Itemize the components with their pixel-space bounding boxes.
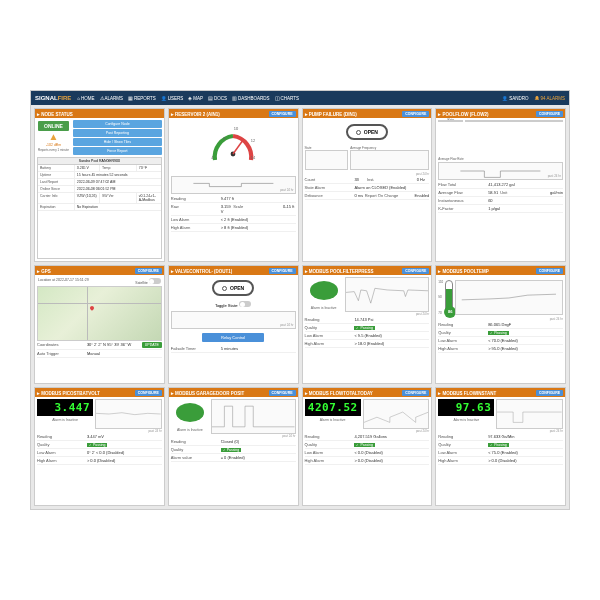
state-chart xyxy=(305,150,349,170)
dashboard-grid: ▸ NODE STATUS ONLINE ▲ -102 dBm Reports … xyxy=(31,105,569,509)
nav-home[interactable]: ⌂ HOME xyxy=(77,96,94,101)
nav-docs[interactable]: ▤ DOCS xyxy=(208,96,227,101)
nav-alarms[interactable]: ⚠ ALARMS xyxy=(100,96,124,101)
card-flowinstant: ▸ MODBUS FLOWINSTANTCONFIGURE 97.63Alarm… xyxy=(435,387,566,506)
pass-badge: Passing xyxy=(87,443,107,447)
configure-node-button[interactable]: Configure Node xyxy=(73,120,162,128)
state-open-pill: OPEN xyxy=(346,124,388,140)
configure-button[interactable]: CONFIGURE xyxy=(536,111,563,117)
brand-logo: SIGNALFIRE xyxy=(35,95,71,101)
pass-badge: Passing xyxy=(488,443,508,447)
card-filterpress: ▸ MODBUS POOLFILTERPRESSCONFIGURE Alarm … xyxy=(302,265,433,384)
digital-readout: 97.63 xyxy=(438,399,494,416)
valve-state-pill: OPEN xyxy=(212,280,254,296)
nav-users[interactable]: 👤 USERS xyxy=(161,96,184,101)
card-garage: ▸ MODBUS GARAGEDOOR POSITCONFIGURE Alarm… xyxy=(168,387,299,506)
card-gps: ▸ GPSCONFIGURE Location at 2022-07-17 15… xyxy=(34,265,165,384)
svg-line-1 xyxy=(233,139,244,154)
nav-right: 👤 SANDRO 94 ALARMS xyxy=(502,96,565,101)
alarm-count-badge[interactable]: 94 ALARMS xyxy=(534,96,565,101)
digital-readout: 3.447 xyxy=(37,399,93,416)
update-button[interactable]: UPDATE xyxy=(142,342,162,348)
flowinst-chart xyxy=(496,399,563,429)
configure-button[interactable]: CONFIGURE xyxy=(269,390,296,396)
navbar: SIGNALFIRE ⌂ HOME ⚠ ALARMS ▦ REPORTS 👤 U… xyxy=(31,91,569,105)
configure-button[interactable]: CONFIGURE xyxy=(402,268,429,274)
nav-reports[interactable]: ▦ REPORTS xyxy=(128,96,156,101)
status-dot-icon xyxy=(176,403,204,422)
flowtotal-chart xyxy=(363,399,430,429)
card-valve: ▸ VALVECONTROL· (DOUT1)CONFIGURE OPEN To… xyxy=(168,265,299,384)
garage-chart xyxy=(211,399,296,434)
configure-button[interactable]: CONFIGURE xyxy=(536,268,563,274)
pass-badge: Passing xyxy=(354,326,374,330)
valve-toggle[interactable] xyxy=(239,301,251,307)
online-badge: ONLINE xyxy=(38,121,69,131)
card-picobatt: ▸ MODBUS PICOSTBATVOLTCONFIGURE 3.447Ala… xyxy=(34,387,165,506)
valve-chart xyxy=(171,311,296,329)
gauge: 4 8 10 12 14 xyxy=(171,120,296,175)
configure-button[interactable]: CONFIGURE xyxy=(269,268,296,274)
flow-chart xyxy=(438,162,563,180)
flow-rate-gauge xyxy=(438,120,463,122)
map[interactable] xyxy=(37,286,162,341)
bell-icon xyxy=(534,96,539,101)
configure-button[interactable]: CONFIGURE xyxy=(135,390,162,396)
nav-items: ⌂ HOME ⚠ ALARMS ▦ REPORTS 👤 USERS ◈ MAP … xyxy=(77,96,496,101)
nav-charts[interactable]: ◫ CHARTS xyxy=(275,96,299,101)
digital-readout: 4207.52 xyxy=(305,399,361,416)
card-poolflow: ▸ POOLFLOW (FLOW2)CONFIGURE Average Flow… xyxy=(435,108,566,262)
rssi-value: -102 dBm xyxy=(46,143,61,147)
configure-button[interactable]: CONFIGURE xyxy=(402,111,429,117)
past-reporting-button[interactable]: Past Reporting xyxy=(73,129,162,137)
total-flow-gauge xyxy=(465,120,563,122)
temp-chart xyxy=(455,280,563,315)
card-reservoir: ▸ RESERVOIR 2 (AIN1)CONFIGURE 4 8 10 12 xyxy=(168,108,299,262)
configure-button[interactable]: CONFIGURE xyxy=(402,390,429,396)
press-chart xyxy=(345,277,430,312)
volt-chart xyxy=(95,399,162,429)
status-dot-icon xyxy=(310,281,338,300)
card-node-status: ▸ NODE STATUS ONLINE ▲ -102 dBm Reports … xyxy=(34,108,165,262)
device-name: Sandro Pool RANGER900 xyxy=(38,158,161,165)
relay-control-button[interactable]: Relay Control xyxy=(202,333,264,342)
configure-button[interactable]: CONFIGURE xyxy=(536,390,563,396)
nav-dashboards[interactable]: ▥ DASHBOARDS xyxy=(232,96,270,101)
satellite-toggle[interactable] xyxy=(149,278,161,284)
card-header: ▸ NODE STATUS xyxy=(35,109,164,118)
reports-text: Reports every 1 minute xyxy=(38,148,69,152)
pass-badge: Passing xyxy=(221,448,241,452)
freq-chart xyxy=(350,150,429,170)
thermometer-icon: 86 xyxy=(445,280,453,315)
signal-icon: ▲ xyxy=(49,132,59,142)
configure-button[interactable]: CONFIGURE xyxy=(135,268,162,274)
force-report-button[interactable]: Force Report xyxy=(73,147,162,155)
hide-show-tiles-button[interactable]: Hide / Show Tiles xyxy=(73,138,162,146)
configure-button[interactable]: CONFIGURE xyxy=(269,111,296,117)
card-flowtotal: ▸ MODBUS FLOWTOTALTODAYCONFIGURE 4207.52… xyxy=(302,387,433,506)
pass-badge: Passing xyxy=(488,331,508,335)
signal-box: ONLINE ▲ -102 dBm Reports every 1 minute xyxy=(37,120,70,155)
app-frame: SIGNALFIRE ⌂ HOME ⚠ ALARMS ▦ REPORTS 👤 U… xyxy=(30,90,570,510)
nav-map[interactable]: ◈ MAP xyxy=(188,96,203,101)
node-info-table: Sandro Pool RANGER900 Battery3.265 VTemp… xyxy=(37,157,162,259)
user-menu[interactable]: 👤 SANDRO xyxy=(502,96,528,101)
card-pooltemp: ▸ MODBUS POOLTEMPCONFIGURE 1109070 86 pa… xyxy=(435,265,566,384)
card-pump-failure: ▸ PUMP FAILURE (DIN1)CONFIGURE OPEN Stat… xyxy=(302,108,433,262)
mini-chart xyxy=(171,176,296,194)
pass-badge: Passing xyxy=(354,443,374,447)
